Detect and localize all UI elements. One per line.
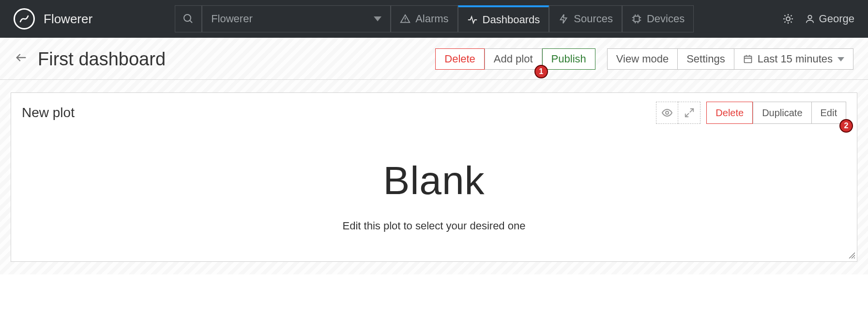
warning-icon (400, 14, 411, 24)
plot-icon-tools (656, 102, 700, 124)
publish-button[interactable]: Publish (542, 48, 595, 70)
pulse-icon (467, 15, 478, 25)
svg-line-33 (854, 257, 855, 258)
svg-point-3 (405, 21, 406, 22)
nav-dashboards[interactable]: Dashboards (458, 5, 549, 32)
context-select-value: Flowerer (211, 13, 253, 25)
delete-plot-button[interactable]: Delete (706, 102, 753, 124)
plot-button-group: Delete Duplicate Edit 2 (706, 102, 846, 124)
chevron-down-icon (374, 16, 381, 21)
nav-devices-label: Devices (647, 13, 685, 25)
callout-marker-1: 1 (534, 65, 548, 78)
expand-toggle[interactable] (678, 102, 700, 124)
topbar: Flowerer Flowerer Alarms Dashboards (0, 0, 868, 38)
nav-center: Flowerer Alarms Dashboards Sources De (175, 5, 694, 32)
time-range-button[interactable]: Last 15 minutes (734, 48, 853, 70)
bolt-icon (558, 14, 569, 24)
back-button[interactable] (15, 51, 28, 68)
svg-line-21 (791, 15, 792, 16)
svg-point-0 (184, 15, 191, 21)
svg-rect-24 (744, 56, 751, 62)
add-plot-wrap: Add plot 1 (485, 48, 542, 70)
search-button[interactable] (175, 5, 202, 32)
page-title: First dashboard (38, 49, 166, 70)
svg-point-28 (666, 111, 669, 114)
blank-plot-title: Blank (22, 158, 846, 203)
plot-body: Blank Edit this plot to select your desi… (22, 124, 846, 232)
callout-marker-2: 2 (839, 119, 853, 133)
brand-group[interactable]: Flowerer (14, 8, 92, 30)
svg-rect-4 (634, 16, 639, 22)
context-select[interactable]: Flowerer (202, 5, 391, 32)
view-mode-button[interactable]: View mode (607, 48, 678, 70)
svg-line-1 (190, 20, 192, 23)
page-header: First dashboard Delete Add plot 1 Publis… (0, 38, 868, 80)
logo-icon (14, 8, 35, 30)
resize-handle[interactable] (847, 251, 855, 260)
svg-point-22 (808, 15, 811, 19)
plot-header: New plot Delete Du (22, 102, 846, 124)
theme-toggle[interactable] (782, 13, 794, 25)
visibility-toggle[interactable] (656, 102, 678, 124)
svg-line-18 (784, 15, 785, 16)
user-name: George (819, 13, 854, 25)
eye-icon (661, 107, 673, 119)
settings-button[interactable]: Settings (678, 48, 734, 70)
brand-name: Flowerer (44, 12, 92, 27)
nav-sources-label: Sources (574, 13, 613, 25)
svg-line-30 (685, 113, 689, 117)
content-area: New plot Delete Du (0, 80, 868, 274)
plot-title: New plot (22, 105, 75, 121)
svg-line-29 (690, 109, 693, 112)
chevron-down-icon (838, 57, 844, 61)
nav-alarms-label: Alarms (415, 13, 448, 25)
svg-line-19 (791, 22, 792, 23)
add-plot-button[interactable]: Add plot (485, 48, 542, 70)
nav-sources[interactable]: Sources (549, 5, 622, 32)
view-button-group: View mode Settings Last 15 minutes (607, 48, 853, 70)
plot-tools: Delete Duplicate Edit 2 (656, 102, 846, 124)
nav-dashboards-label: Dashboards (483, 14, 540, 26)
svg-point-13 (786, 17, 790, 21)
svg-line-20 (784, 22, 785, 23)
plot-panel: New plot Delete Du (11, 92, 857, 262)
header-actions: Delete Add plot 1 Publish View mode Sett… (435, 48, 853, 70)
delete-dashboard-button[interactable]: Delete (435, 48, 485, 70)
duplicate-plot-button[interactable]: Duplicate (753, 102, 811, 124)
chip-icon (631, 14, 642, 24)
blank-plot-subtitle: Edit this plot to select your desired on… (22, 220, 846, 232)
search-icon (183, 13, 194, 25)
nav-devices[interactable]: Devices (622, 5, 694, 32)
calendar-icon (743, 54, 753, 64)
time-range-label: Last 15 minutes (758, 53, 833, 65)
user-icon (805, 14, 815, 24)
nav-right: George (782, 13, 854, 25)
expand-icon (684, 107, 695, 118)
nav-alarms[interactable]: Alarms (391, 5, 457, 32)
user-menu[interactable]: George (805, 13, 854, 25)
edit-button-group: Delete Add plot 1 Publish (435, 48, 595, 70)
